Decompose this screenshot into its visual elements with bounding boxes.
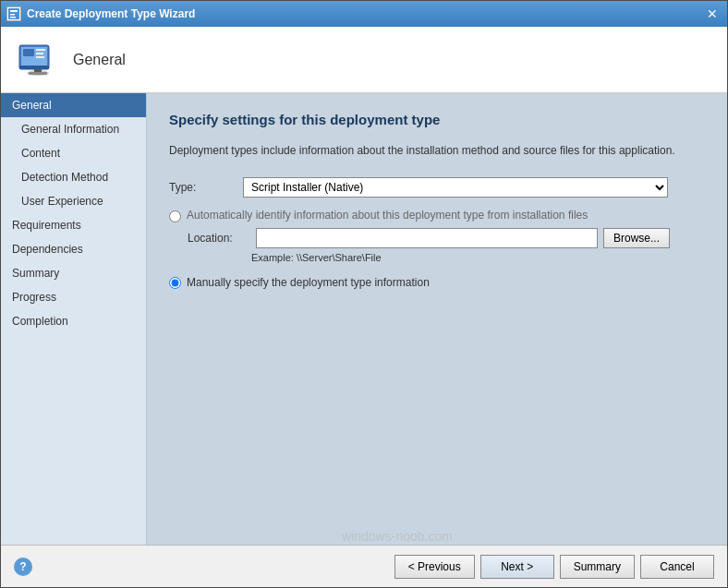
next-button[interactable]: Next > <box>480 555 554 579</box>
header-bar: General <box>1 27 727 93</box>
svg-rect-8 <box>36 53 43 54</box>
manual-radio-label: Manually specify the deployment type inf… <box>187 276 430 289</box>
sidebar-item-progress[interactable]: Progress <box>1 285 146 309</box>
browse-button[interactable]: Browse... <box>603 228 670 248</box>
sidebar-item-content[interactable]: Content <box>1 141 146 165</box>
help-icon[interactable]: ? <box>14 558 32 576</box>
svg-rect-1 <box>10 10 18 12</box>
radio-section: Automatically identify information about… <box>169 209 705 289</box>
summary-button[interactable]: Summary <box>560 555 635 579</box>
main-content: General General Information Content Dete… <box>1 93 727 545</box>
svg-rect-13 <box>19 66 49 69</box>
sidebar-item-detection-method[interactable]: Detection Method <box>1 165 146 189</box>
wizard-header-icon <box>16 38 60 82</box>
content-title: Specify settings for this deployment typ… <box>169 112 705 127</box>
type-select[interactable]: Script Installer (Native) <box>243 177 668 198</box>
title-bar: Create Deployment Type Wizard ✕ <box>1 1 727 27</box>
close-button[interactable]: ✕ <box>703 6 722 21</box>
manual-radio-row: Manually specify the deployment type inf… <box>169 276 705 289</box>
location-label: Location: <box>188 232 250 245</box>
auto-radio-row: Automatically identify information about… <box>169 209 705 222</box>
location-row: Location: Browse... <box>188 228 705 248</box>
title-bar-left: Create Deployment Type Wizard <box>6 6 195 21</box>
svg-rect-2 <box>10 14 15 16</box>
manual-radio[interactable] <box>169 277 181 289</box>
sidebar: General General Information Content Dete… <box>1 93 147 545</box>
content-area: Specify settings for this deployment typ… <box>147 93 727 545</box>
type-row: Type: Script Installer (Native) <box>169 177 705 198</box>
title-bar-text: Create Deployment Type Wizard <box>27 7 195 20</box>
wizard-icon <box>6 6 21 21</box>
svg-rect-12 <box>29 72 47 75</box>
sidebar-item-general-information[interactable]: General Information <box>1 117 146 141</box>
cancel-button[interactable]: Cancel <box>640 555 714 579</box>
svg-rect-7 <box>36 49 45 51</box>
svg-rect-6 <box>23 49 34 56</box>
sidebar-item-requirements[interactable]: Requirements <box>1 213 146 237</box>
footer: ? < Previous Next > Summary Cancel <box>1 545 727 587</box>
type-label: Type: <box>169 181 243 194</box>
svg-rect-3 <box>10 17 16 18</box>
sidebar-item-general[interactable]: General <box>1 93 146 117</box>
svg-rect-9 <box>36 56 44 58</box>
content-description: Deployment types include information abo… <box>169 142 705 159</box>
auto-radio[interactable] <box>169 210 181 222</box>
sidebar-item-summary[interactable]: Summary <box>1 261 146 285</box>
header-title: General <box>73 52 126 68</box>
location-example: Example: \\Server\Share\File <box>251 252 705 263</box>
footer-left: ? <box>14 558 32 576</box>
sidebar-item-user-experience[interactable]: User Experience <box>1 189 146 213</box>
location-input[interactable] <box>256 228 598 248</box>
sidebar-item-completion[interactable]: Completion <box>1 309 146 333</box>
footer-right: < Previous Next > Summary Cancel <box>394 555 714 579</box>
auto-radio-label: Automatically identify information about… <box>187 209 588 222</box>
previous-button[interactable]: < Previous <box>394 555 475 579</box>
wizard-window: Create Deployment Type Wizard ✕ General <box>0 0 728 588</box>
sidebar-item-dependencies[interactable]: Dependencies <box>1 237 146 261</box>
